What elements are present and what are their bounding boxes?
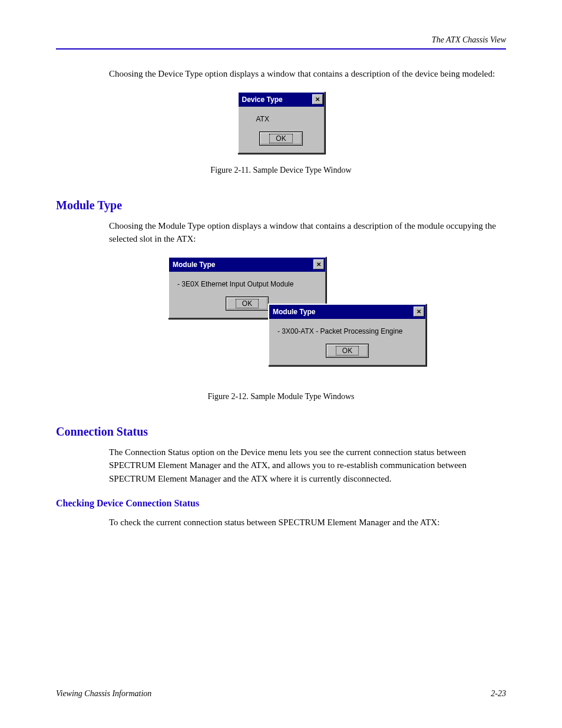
dialog-titlebar: Device Type ✕ [239,93,324,107]
section-name: The ATX Chassis View [432,35,506,45]
close-icon[interactable]: ✕ [414,307,424,317]
ok-button-label: OK [336,346,359,355]
section-checking-status: Checking Device Connection Status [56,498,506,509]
ok-button[interactable]: OK [260,133,301,144]
paragraph-4: To check the current connection status b… [109,516,506,529]
figure-caption-2: Figure 2-12. Sample Module Type Windows [56,392,506,401]
module-type-dialogs: Module Type ✕ - 3E0X Ethernet Input Outp… [97,256,506,380]
dialog-content: ATX [247,115,316,123]
footer-left: Viewing Chassis Information [56,689,151,699]
ok-button-label: OK [236,299,259,308]
device-type-dialog-wrap: Device Type ✕ ATX OK [56,91,506,154]
paragraph-2: Choosing the Module Type option displays… [109,219,506,246]
dialog-body: ATX OK [239,107,324,153]
ok-button[interactable]: OK [327,345,368,357]
module-type-dialog-2: Module Type ✕ - 3X00-ATX - Packet Proces… [268,304,427,366]
dialog-title: Module Type [273,308,315,316]
figure-caption-1: Figure 2-11. Sample Device Type Window [56,166,506,175]
dialog-title: Module Type [173,261,215,269]
section-connection-status: Connection Status [56,425,506,439]
device-type-dialog: Device Type ✕ ATX OK [237,91,325,154]
ok-button-outer: OK [226,297,269,311]
ok-button[interactable]: OK [227,298,267,309]
section-module-type: Module Type [56,199,506,212]
dialog-titlebar: Module Type ✕ [269,305,425,319]
dialog-body: - 3X00-ATX - Packet Processing Engine OK [269,319,425,365]
close-icon[interactable]: ✕ [312,94,323,104]
footer-right: 2-23 [491,689,506,699]
paragraph-1: Choosing the Device Type option displays… [109,67,506,81]
page-header: The ATX Chassis View [56,35,506,45]
dialog-content: - 3X00-ATX - Packet Processing Engine [277,327,417,335]
dialog-content: - 3E0X Ethernet Input Output Module [177,280,317,288]
dialog-titlebar: Module Type ✕ [169,258,325,272]
paragraph-3: The Connection Status option on the Devi… [109,446,506,486]
header-rule [56,48,506,50]
ok-button-label: OK [269,134,292,143]
ok-button-outer: OK [259,131,302,146]
dialog-title: Device Type [242,95,283,104]
ok-button-outer: OK [326,344,369,358]
page-footer: Viewing Chassis Information 2-23 [56,689,506,699]
close-icon[interactable]: ✕ [313,259,324,269]
